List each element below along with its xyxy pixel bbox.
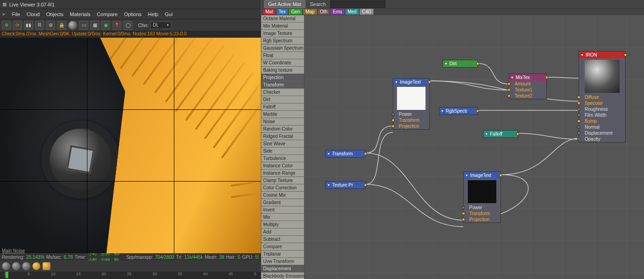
pause-icon[interactable]: ▮▮ (24, 21, 33, 30)
node-header[interactable]: MixTex (509, 74, 546, 81)
port-out[interactable] (428, 80, 431, 84)
render-viewport[interactable]: Main Noise (0, 38, 261, 253)
palette-item[interactable]: Mix Material (261, 23, 304, 30)
node-falloff[interactable]: Falloff (483, 130, 518, 138)
lock-icon[interactable]: 🔒 (57, 21, 66, 30)
mat-thumb[interactable] (12, 262, 20, 270)
palette-item[interactable]: Gradient (261, 199, 304, 206)
pin-icon[interactable]: 📍 (112, 21, 121, 30)
render-icon[interactable]: ✲ (2, 21, 11, 30)
timeline-playhead[interactable] (6, 272, 8, 278)
node-dirt[interactable]: Dirt (443, 60, 478, 68)
port-bump[interactable]: Bump (579, 118, 625, 124)
filter-tag-mat[interactable]: Mat (263, 9, 276, 15)
node-imagetexture-2[interactable]: ImageText Power Transform Projection (463, 171, 501, 223)
port-out[interactable] (476, 62, 479, 65)
port-amount[interactable]: Amount (509, 81, 546, 87)
layers-icon[interactable]: ▭ (79, 21, 88, 30)
port-specular[interactable]: Specular (579, 100, 625, 106)
palette-item[interactable]: Instance Range (261, 170, 304, 177)
port-out[interactable] (364, 183, 367, 187)
palette-item[interactable]: Ridged Fractal (261, 133, 304, 140)
get-active-mat-button[interactable]: Get Active Mat (264, 0, 305, 8)
port-projection[interactable]: Projection (464, 216, 500, 222)
node-mixtex[interactable]: MixTex Amount Texture1 Texture2 (509, 74, 547, 99)
sphere-icon[interactable] (68, 21, 77, 30)
filter-tag-ems[interactable]: Ems (331, 9, 345, 15)
palette-item[interactable]: Triplanar (261, 251, 304, 258)
port-transform[interactable]: Transform (464, 211, 500, 216)
disclosure-icon[interactable]: ▸ (3, 11, 6, 17)
port-diffuse[interactable]: Diffuse (579, 94, 625, 100)
node-graph[interactable]: Transform Texture Pr ImageText Power Tra… (305, 15, 644, 279)
port-out[interactable] (364, 152, 367, 155)
palette-item[interactable]: Blackbody Emission (261, 273, 304, 279)
palette-item[interactable]: Mix (261, 214, 304, 221)
menu-gui[interactable]: Gui (165, 11, 172, 17)
palette-item[interactable]: Invert (261, 206, 304, 214)
palette-item[interactable]: Subtract (261, 236, 304, 243)
menu-cloud[interactable]: Cloud (27, 11, 40, 17)
timeline[interactable]: 0 5 10 15 20 25 30 35 40 45 5 (0, 272, 261, 279)
port-filmwidth[interactable]: Film Width (579, 112, 625, 118)
port-transform[interactable]: Transform (393, 117, 429, 123)
port-out[interactable] (624, 53, 627, 57)
palette-item[interactable]: Rgb Spectrum (261, 37, 304, 45)
search-input[interactable] (330, 0, 385, 8)
palette-item[interactable]: Dirt (261, 96, 304, 103)
port-out[interactable] (476, 109, 479, 113)
port-out[interactable] (516, 132, 519, 136)
focus-icon[interactable]: ◉ (101, 21, 110, 30)
palette-item[interactable]: Uvw Transform (261, 258, 304, 265)
node-texture-projection[interactable]: Texture Pr (325, 181, 366, 189)
node-header[interactable]: ImageText (393, 79, 429, 85)
node-header[interactable]: Falloff (483, 131, 518, 137)
palette-item[interactable]: Clamp Texture (261, 177, 304, 184)
node-header[interactable]: RgbSpectr (439, 108, 477, 114)
node-transform[interactable]: Transform (325, 150, 366, 158)
menu-file[interactable]: File (12, 11, 20, 17)
mat-thumb[interactable] (42, 262, 51, 270)
palette-item[interactable]: Instance Color (261, 162, 304, 170)
filter-tag-c4d[interactable]: C4D (360, 9, 374, 15)
filter-tag-oth[interactable]: Oth (318, 9, 330, 15)
palette-item[interactable]: Transform (261, 81, 304, 89)
port-texture2[interactable]: Texture2 (509, 93, 546, 99)
palette-item[interactable]: Checker (261, 89, 304, 96)
palette-item[interactable]: Projection (261, 74, 304, 81)
palette-item[interactable]: W Coordinate (261, 59, 304, 67)
palette-item[interactable]: Sine Wave (261, 140, 304, 148)
port-opacity[interactable]: Opacity (579, 136, 625, 142)
palette-item[interactable]: Displacement (261, 265, 304, 273)
port-projection[interactable]: Projection (393, 123, 429, 129)
node-header[interactable]: IRON (579, 51, 625, 58)
palette-item[interactable]: Color Correction (261, 184, 304, 192)
port-power[interactable]: Power (393, 111, 429, 117)
filter-tag-map[interactable]: Map (303, 9, 316, 15)
palette-item[interactable]: Add (261, 228, 304, 236)
palette-item[interactable]: Float (261, 52, 304, 59)
gear-icon[interactable]: ⚙ (46, 21, 55, 30)
port-texture1[interactable]: Texture1 (509, 87, 546, 93)
port-roughness[interactable]: Roughness (579, 106, 625, 112)
node-palette[interactable]: Octane MaterialMix MaterialImage Texture… (261, 15, 305, 279)
viewport-label[interactable]: Main Noise (2, 248, 25, 253)
port-displacement[interactable]: Displacement (579, 130, 625, 136)
marker-icon[interactable]: ◯ (123, 21, 132, 30)
port-out[interactable] (499, 174, 502, 177)
palette-item[interactable]: Gaussian Spectrum (261, 45, 304, 52)
node-imagetexture-1[interactable]: ImageText Power Transform Projection (393, 78, 430, 130)
node-header[interactable]: ImageText (464, 172, 500, 179)
node-header[interactable]: Transform (326, 150, 365, 157)
channel-dropdown[interactable]: DL▼ (150, 22, 172, 29)
mat-thumb[interactable] (22, 262, 30, 270)
filter-tag-med[interactable]: Med (345, 9, 359, 15)
palette-item[interactable]: Multiply (261, 221, 304, 228)
menu-options[interactable]: Options (124, 11, 142, 17)
node-header[interactable]: Dirt (443, 60, 477, 67)
region-icon[interactable]: R (35, 21, 44, 30)
filter-tag-tex[interactable]: Tex (276, 9, 288, 15)
port-power[interactable]: Power (464, 205, 500, 211)
palette-item[interactable]: Marble (261, 111, 304, 118)
node-rgbspectrum[interactable]: RgbSpectr (439, 107, 478, 115)
